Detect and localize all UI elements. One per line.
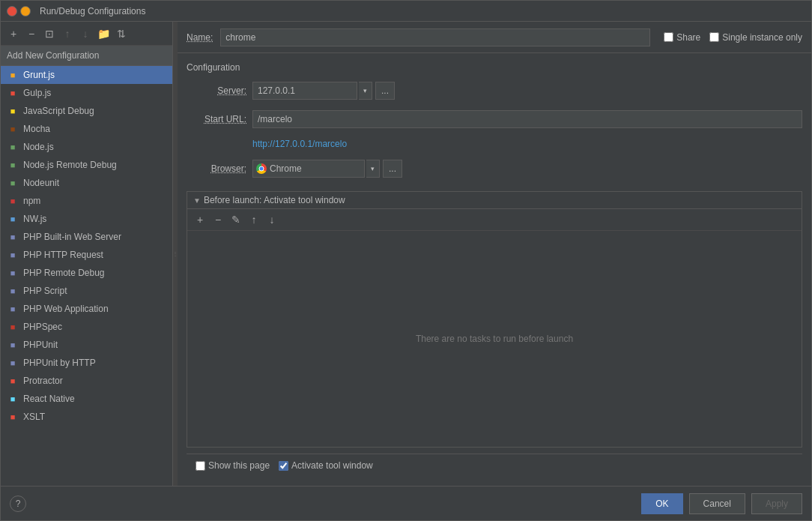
config-label-nodejs: Node.js [23,142,54,152]
config-item-phpspec[interactable]: ■PHPSpec [1,318,172,336]
before-launch-label: Before launch: Activate tool window [204,195,345,205]
config-item-phpunit[interactable]: ■PHPUnit [1,336,172,354]
config-item-php-http[interactable]: ■PHP HTTP Request [1,246,172,264]
config-label-nwjs: NW.js [23,214,46,224]
config-label-nodejs-remote: Node.js Remote Debug [23,160,117,170]
activate-window-checkbox-label[interactable]: Activate tool window [279,460,373,471]
config-icon-react-native: ■ [7,393,19,405]
left-toolbar: + − ⊡ ↑ ↓ 📁 ⇅ [1,22,172,46]
options-checkboxes: Share Single instance only [664,32,802,43]
sort-button[interactable]: ⇅ [113,25,130,42]
config-item-phpunit-http[interactable]: ■PHPUnit by HTTP [1,354,172,372]
config-body: Configuration Server: ▾ ... Start URL: [178,53,811,486]
before-launch-up-button[interactable]: ↑ [246,211,262,228]
server-input[interactable] [252,82,357,100]
config-item-nodejs-remote[interactable]: ■Node.js Remote Debug [1,156,172,174]
before-launch-remove-button[interactable]: − [210,211,226,228]
move-up-button[interactable]: ↑ [59,25,76,42]
share-checkbox-label[interactable]: Share [664,32,700,43]
show-page-checkbox[interactable] [196,461,205,471]
config-icon-gulpjs: ■ [7,87,19,99]
cancel-button[interactable]: Cancel [689,493,745,514]
config-icon-nodejs: ■ [7,141,19,153]
browser-dropdown-button[interactable]: ▾ [366,160,380,178]
name-input[interactable] [220,28,650,46]
browser-more-button[interactable]: ... [383,160,402,178]
config-label-nodeunit: Nodeunit [23,178,59,188]
config-icon-php-web: ■ [7,303,19,315]
config-item-react-native[interactable]: ■React Native [1,390,172,408]
ok-button[interactable]: OK [641,493,682,514]
before-launch-down-button[interactable]: ↓ [264,211,280,228]
start-url-label: Start URL: [187,114,246,124]
config-icon-protractor: ■ [7,375,19,387]
config-label-phpunit-http: PHPUnit by HTTP [23,358,96,368]
config-item-xslt[interactable]: ■XSLT [1,408,172,426]
config-label-react-native: React Native [23,394,75,404]
configuration-section-title: Configuration [187,62,802,73]
before-launch-section: ▼ Before launch: Activate tool window + … [187,191,802,448]
config-item-gruntjs[interactable]: ■Grunt.js [1,66,172,84]
config-icon-nodejs-remote: ■ [7,159,19,171]
config-icon-gruntjs: ■ [7,69,19,81]
url-link[interactable]: http://127.0.0.1/marcelo [252,139,347,149]
config-item-nodeunit[interactable]: ■Nodeunit [1,174,172,192]
name-label: Name: [187,32,213,43]
start-url-input[interactable] [252,110,802,128]
server-dropdown-button[interactable]: ▾ [359,82,372,100]
activate-window-checkbox[interactable] [279,461,288,471]
bottom-checkboxes: Show this page Activate tool window [187,454,802,477]
start-url-row: Start URL: [187,110,802,128]
config-item-mocha[interactable]: ■Mocha [1,120,172,138]
config-item-gulpjs[interactable]: ■Gulp.js [1,84,172,102]
single-instance-checkbox-label[interactable]: Single instance only [709,32,802,43]
config-label-protractor: Protractor [23,376,63,386]
share-checkbox[interactable] [664,32,673,42]
folder-button[interactable]: 📁 [95,25,112,42]
server-row: Server: ▾ ... [187,82,802,100]
config-icon-npm: ■ [7,195,19,207]
add-config-button[interactable]: + [5,25,22,42]
apply-button[interactable]: Apply [751,493,802,514]
config-item-php-remote[interactable]: ■PHP Remote Debug [1,264,172,282]
single-instance-label: Single instance only [722,32,802,43]
config-item-php-web[interactable]: ■PHP Web Application [1,300,172,318]
help-button[interactable]: ? [10,496,26,512]
move-down-button[interactable]: ↓ [77,25,94,42]
config-list: ■Grunt.js■Gulp.js■JavaScript Debug■Mocha… [1,66,172,486]
browser-select[interactable]: Chrome [252,160,365,178]
collapse-icon[interactable]: ▼ [193,196,201,205]
config-item-nwjs[interactable]: ■NW.js [1,210,172,228]
show-page-checkbox-label[interactable]: Show this page [196,460,270,471]
config-label-php-web: PHP Web Application [23,304,109,314]
config-label-php-builtin: PHP Built-in Web Server [23,232,121,242]
config-item-php-script[interactable]: ■PHP Script [1,282,172,300]
config-item-javascript-debug[interactable]: ■JavaScript Debug [1,102,172,120]
config-label-phpunit: PHPUnit [23,340,58,350]
config-label-mocha: Mocha [23,124,50,134]
close-button[interactable] [7,6,17,16]
config-label-gruntjs: Grunt.js [23,70,55,80]
single-instance-checkbox[interactable] [709,32,719,42]
window-title: Run/Debug Configurations [40,6,145,16]
chrome-icon [256,163,267,174]
browser-label: Browser: [187,163,246,174]
config-label-npm: npm [23,196,40,206]
right-panel: Name: Share Single instance only Configu… [178,22,811,486]
minimize-button[interactable] [20,6,31,16]
config-icon-nwjs: ■ [7,213,19,225]
before-launch-empty: There are no tasks to run before launch [187,231,802,447]
config-item-nodejs[interactable]: ■Node.js [1,138,172,156]
before-launch-add-button[interactable]: + [192,211,208,228]
server-more-button[interactable]: ... [375,82,395,100]
config-item-php-builtin[interactable]: ■PHP Built-in Web Server [1,228,172,246]
before-launch-header: ▼ Before launch: Activate tool window [187,192,802,209]
remove-config-button[interactable]: − [23,25,40,42]
config-label-php-http: PHP HTTP Request [23,250,103,260]
config-item-protractor[interactable]: ■Protractor [1,372,172,390]
config-item-npm[interactable]: ■npm [1,192,172,210]
copy-config-button[interactable]: ⊡ [41,25,58,42]
before-launch-edit-button[interactable]: ✎ [228,211,244,228]
activate-window-label: Activate tool window [291,460,373,471]
show-page-label: Show this page [208,460,270,471]
